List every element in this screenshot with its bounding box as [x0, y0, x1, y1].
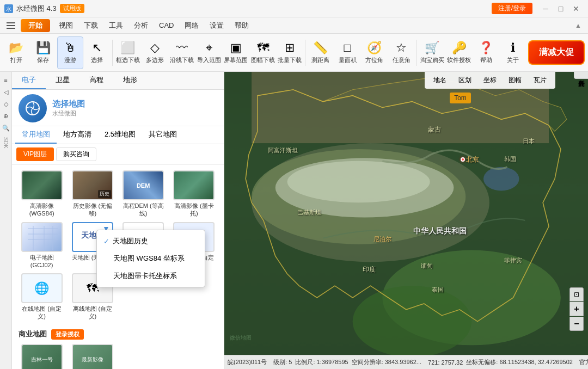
toolbar-line-download[interactable]: 〰沿线下载	[169, 36, 195, 69]
sidebar-icon-5[interactable]: 🔍	[1, 123, 11, 133]
menu-item-view[interactable]: 视图	[53, 19, 78, 33]
dropdown-item-history[interactable]: ✓ 天地图历史	[97, 232, 205, 250]
zoom-reset[interactable]: ⊡	[569, 287, 584, 302]
map-tab-grid[interactable]: 图幅	[503, 74, 527, 87]
sidebar-icon-4[interactable]: ⊕	[1, 111, 11, 121]
toolbar-save[interactable]: 💾保存	[30, 36, 57, 69]
trial-badge: 试用版	[60, 4, 84, 13]
toolbar-open[interactable]: 📂打开	[3, 36, 29, 69]
zoom-in[interactable]: +	[569, 302, 584, 316]
map-item-hd-wgs84[interactable]: 高清影像 (WGS84)	[19, 170, 65, 218]
menu-item-help[interactable]: 帮助	[229, 19, 254, 33]
svg-point-25	[353, 286, 471, 357]
toolbar-any-angle[interactable]: ☆任意角	[388, 36, 414, 69]
toolbar-select[interactable]: ↖选择	[84, 36, 111, 69]
menu-start-button[interactable]: 开始	[21, 19, 50, 32]
zoom-out[interactable]: −	[569, 317, 584, 331]
commercial-login-btn[interactable]: 登录授权	[51, 329, 84, 340]
menu-item-analysis[interactable]: 分析	[128, 19, 154, 33]
logo-sub-text: 水经微图	[52, 109, 85, 118]
map-area[interactable]: 地名 区划 坐标 图幅 瓦片 任务列表 中华人民共和国 蒙古 阿富汗斯坦 印度 …	[224, 72, 588, 369]
sidebar-sdk-label: SDK	[3, 137, 9, 149]
toolbar-box-download[interactable]: ⬜框选下载	[115, 36, 141, 69]
tianditu-dropdown: ✓ 天地图历史 天地图 WGS84 坐标系 天地图墨卡托坐标系	[96, 230, 205, 287]
app-title: 水经微图 4.3	[16, 4, 57, 14]
map-type-local[interactable]: 地方高清	[57, 126, 98, 144]
tab-electronic[interactable]: 电子	[12, 72, 46, 89]
tab-elevation[interactable]: 高程	[79, 72, 113, 89]
svg-point-26	[483, 167, 519, 191]
toolbar-polygon[interactable]: ◇多边形	[142, 36, 168, 69]
toolbar-help[interactable]: ❓帮助	[473, 36, 499, 69]
toolbar-bearing[interactable]: 🧭方位角	[362, 36, 388, 69]
promo-button[interactable]: 满减大促	[528, 40, 585, 65]
dropdown-item-wgs84[interactable]: 天地图 WGS84 坐标系	[97, 250, 205, 267]
toolbar-batch-download[interactable]: ⊞批量下载	[277, 36, 303, 69]
panel-logo: 选择地图 水经微图	[12, 90, 224, 126]
login-button[interactable]: 注册/登录	[492, 3, 532, 14]
menu-item-tools[interactable]: 工具	[103, 19, 128, 33]
toolbar-measure-area[interactable]: □量面积	[334, 36, 360, 69]
map-type-common[interactable]: 常用地图	[15, 126, 57, 144]
toolbar-auth[interactable]: 🔑软件授权	[446, 36, 472, 69]
map-item-jilin[interactable]: 吉林一号 吉林一号	[19, 344, 65, 369]
main-area: ≡ ◁ ◇ ⊕ 🔍 SDK 电子 卫星 高程 地形 选择地图 水经微图 常用地	[0, 72, 588, 369]
toolbar-grid-download[interactable]: 🗺图幅下载	[250, 36, 276, 69]
toolbar-measure-dist[interactable]: 📏测距离	[308, 36, 334, 69]
toolbar-about[interactable]: ℹ关于	[500, 36, 526, 69]
svg-point-22	[287, 161, 430, 202]
toolbar-roam[interactable]: 🖱漫游	[57, 36, 83, 69]
map-item-online-custom[interactable]: 🌐 在线地图 (自定义)	[19, 273, 65, 321]
sidebar-icon-3[interactable]: ◇	[1, 99, 11, 109]
vip-tab-layers[interactable]: VIP图层	[16, 147, 54, 161]
tab-terrain[interactable]: 地形	[113, 72, 147, 89]
task-list-button[interactable]: 任务列表	[574, 72, 588, 79]
map-item-history[interactable]: 历史 历史影像 (无偏移)	[69, 170, 115, 218]
minimize-button[interactable]: ─	[538, 2, 553, 15]
map-item-electronic[interactable]: 电子地图 (GCJ02)	[19, 222, 65, 269]
logo-main-text: 选择地图	[52, 99, 85, 109]
sidebar-icon-1[interactable]: ≡	[1, 75, 11, 85]
menu-item-cad[interactable]: CAD	[154, 19, 179, 32]
app-icon: 水	[4, 4, 13, 13]
toolbar-taobao[interactable]: 🛒淘宝购买	[419, 36, 445, 69]
map-tab-division[interactable]: 区划	[453, 74, 477, 87]
logo-circle	[19, 94, 47, 122]
sidebar-icon-2[interactable]: ◁	[1, 87, 11, 97]
status-level: 级别: 5	[273, 358, 292, 366]
svg-text:水: 水	[6, 6, 11, 12]
collapse-icon[interactable]: ▲	[572, 19, 585, 32]
map-item-dem[interactable]: DEM 高程DEM (等高线)	[120, 170, 167, 218]
left-panel: 电子 卫星 高程 地形 选择地图 水经微图 常用地图 地方高清 2.5维地图 其…	[12, 72, 224, 369]
status-website-label: 官方网站:	[579, 358, 588, 366]
vip-tab-buy[interactable]: 购买咨询	[56, 147, 96, 161]
close-button[interactable]: ✕	[568, 2, 584, 15]
dropdown-item-mercator[interactable]: 天地图墨卡托坐标系	[97, 267, 205, 285]
map-item-hd-mercator[interactable]: 高清影像 (墨卡托)	[171, 170, 217, 218]
map-tab-placename[interactable]: 地名	[428, 74, 452, 87]
commercial-grid: 吉林一号 吉林一号 最新影像 最新影像	[12, 342, 224, 369]
map-type-other[interactable]: 其它地图	[142, 126, 183, 144]
toolbar-screen[interactable]: ▣屏幕范围	[223, 36, 249, 69]
map-tab-tile[interactable]: 瓦片	[528, 74, 552, 87]
toolbar: 📂打开 💾保存 🖱漫游 ↖选择 ⬜框选下载 ◇多边形 〰沿线下载 ⌖导入范围 ▣…	[0, 34, 588, 72]
menubar: 开始 视图 下载 工具 分析 CAD 网络 设置 帮助 ▲	[0, 17, 588, 34]
status-record: 皖(2023)011号	[228, 358, 267, 366]
menu-toggle[interactable]	[3, 19, 19, 32]
map-top-controls: 地名 区划 坐标 图幅 瓦片	[425, 72, 555, 89]
toolbar-import[interactable]: ⌖导入范围	[196, 36, 222, 69]
tab-satellite[interactable]: 卫星	[46, 72, 79, 89]
menu-item-network[interactable]: 网络	[179, 19, 204, 33]
status-resolution: 空间分辨率: 3843.93962...	[352, 358, 421, 366]
maximize-button[interactable]: □	[553, 2, 568, 15]
svg-text:最新影像: 最新影像	[82, 356, 103, 362]
map-type-25d[interactable]: 2.5维地图	[98, 126, 142, 144]
map-item-newest[interactable]: 最新影像 最新影像	[69, 344, 115, 369]
titlebar: 水 水经微图 4.3 试用版 注册/登录 ─ □ ✕	[0, 0, 588, 17]
menu-item-download[interactable]: 下载	[78, 19, 103, 33]
menu-item-settings[interactable]: 设置	[204, 19, 229, 33]
map-tab-coord[interactable]: 坐标	[478, 74, 502, 87]
map-type-tabs: 常用地图 地方高清 2.5维地图 其它地图	[12, 126, 224, 144]
map-zoom-controls: ⊡ + −	[569, 287, 584, 331]
statusbar: 皖(2023)011号 级别: 5 比例尺: 1:36978595 空间分辨率:…	[224, 355, 588, 369]
